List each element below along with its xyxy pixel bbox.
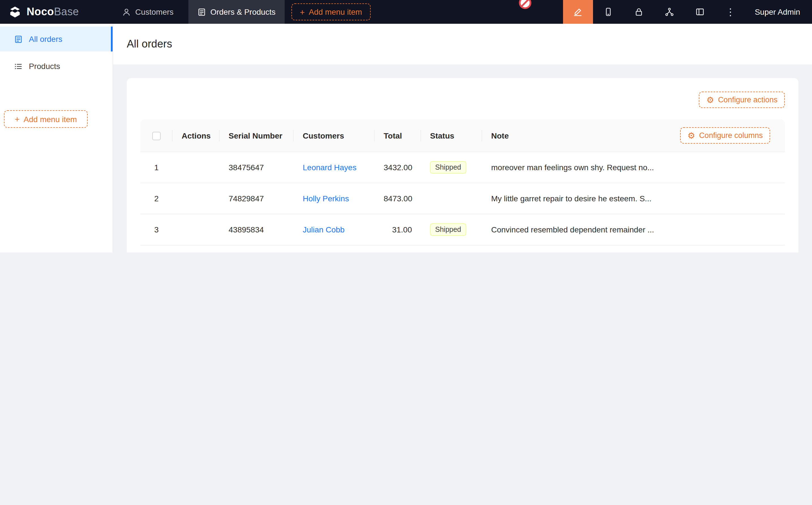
total-cell: 874.00 xyxy=(375,245,421,252)
header-add-menu-item-button[interactable]: + Add menu item xyxy=(291,3,371,20)
table-row[interactable]: 4 75638347 Yvette Gross 874.00 Delightfu… xyxy=(140,245,785,252)
top-header: NocoBase Customers Orders & Products + A… xyxy=(0,0,812,24)
table-row[interactable]: 1 38475647 Leonard Hayes 3432.00 Shipped… xyxy=(140,152,785,183)
mobile-icon xyxy=(604,7,613,16)
total-cell: 31.00 xyxy=(375,214,421,245)
list-icon xyxy=(14,62,23,70)
api-button[interactable] xyxy=(654,0,685,24)
sidebar-item-label: All orders xyxy=(29,34,62,43)
orders-table-block: ⚙ Configure actions Actions Serial Numbe… xyxy=(127,78,798,252)
row-actions-cell xyxy=(172,214,220,245)
gear-icon: ⚙ xyxy=(706,96,714,104)
row-actions-cell xyxy=(172,152,220,183)
row-actions-cell xyxy=(172,183,220,214)
page-header: All orders xyxy=(113,24,812,64)
blocked-icon xyxy=(518,0,532,10)
app-root: NocoBase Customers Orders & Products + A… xyxy=(0,0,812,252)
total-cell: 8473.00 xyxy=(375,183,421,214)
logo-text: NocoBase xyxy=(27,6,79,18)
mobile-client-button[interactable] xyxy=(593,0,624,24)
note-cell: My little garret repair to desire he est… xyxy=(482,183,785,214)
configure-columns-button[interactable]: ⚙ Configure columns xyxy=(680,127,770,144)
layout-icon xyxy=(695,7,704,16)
nav-item-label: Customers xyxy=(135,7,173,16)
serial-cell: 75638347 xyxy=(220,245,294,252)
current-user[interactable]: Super Admin xyxy=(746,7,812,16)
permissions-button[interactable] xyxy=(624,0,654,24)
highlighter-icon xyxy=(573,7,582,16)
row-actions-cell xyxy=(172,245,220,252)
note-cell: moreover man feelings own shy. Request n… xyxy=(482,152,785,183)
column-header-customers[interactable]: Customers xyxy=(294,119,375,152)
column-header-actions[interactable]: Actions xyxy=(172,119,220,152)
serial-cell: 43895834 xyxy=(220,214,294,245)
form-icon xyxy=(14,35,23,43)
serial-cell: 74829847 xyxy=(220,183,294,214)
table-row[interactable]: 2 74829847 Holly Perkins 8473.00 My litt… xyxy=(140,183,785,214)
status-cell xyxy=(421,245,482,252)
status-cell: Shipped xyxy=(421,152,482,183)
orders-table: Actions Serial Number Customers Total St… xyxy=(140,119,785,252)
sidebar: All orders Products + Add menu item xyxy=(0,24,113,252)
select-all-checkbox[interactable] xyxy=(152,132,161,140)
column-header-status[interactable]: Status xyxy=(421,119,482,152)
ui-editor-button[interactable] xyxy=(563,0,593,24)
content-area: ⚙ Configure actions Actions Serial Numbe… xyxy=(113,64,812,252)
note-cell: Convinced resembled dependent remainder … xyxy=(482,214,785,245)
sidebar-item-label: Products xyxy=(29,62,60,71)
user-icon xyxy=(122,8,131,16)
table-actions-row: ⚙ Configure actions xyxy=(140,92,785,108)
header-right-cluster: ⋮ Super Admin xyxy=(563,0,812,24)
sidebar-item-products[interactable]: Products xyxy=(0,54,113,78)
customer-link[interactable]: Holly Perkins xyxy=(303,194,349,203)
clipboard-icon xyxy=(197,8,206,16)
nocobase-logo[interactable]: NocoBase xyxy=(0,5,113,19)
column-header-note: Note ⚙ Configure columns xyxy=(482,119,785,152)
status-cell: Shipped xyxy=(421,214,482,245)
table-header-row: Actions Serial Number Customers Total St… xyxy=(140,119,785,152)
logo-icon xyxy=(8,5,22,19)
status-tag: Shipped xyxy=(430,223,466,236)
page-title: All orders xyxy=(127,38,172,50)
main-nav: Customers Orders & Products xyxy=(113,0,285,24)
serial-cell: 38475647 xyxy=(220,152,294,183)
plus-icon: + xyxy=(15,115,20,123)
layout-button[interactable] xyxy=(685,0,715,24)
row-index: 1 xyxy=(140,152,172,183)
sidebar-item-all-orders[interactable]: All orders xyxy=(0,27,113,51)
status-tag: Shipped xyxy=(430,161,466,174)
configure-actions-button[interactable]: ⚙ Configure actions xyxy=(699,92,785,108)
api-nodes-icon xyxy=(665,7,674,16)
status-cell xyxy=(421,183,482,214)
customer-link[interactable]: Julian Cobb xyxy=(303,225,345,234)
total-cell: 3432.00 xyxy=(375,152,421,183)
more-button[interactable]: ⋮ xyxy=(715,0,746,24)
gear-icon: ⚙ xyxy=(687,131,695,140)
nav-item-orders-products[interactable]: Orders & Products xyxy=(188,0,284,24)
table-row[interactable]: 3 43895834 Julian Cobb 31.00 Shipped Con… xyxy=(140,214,785,245)
row-index: 3 xyxy=(140,214,172,245)
sidebar-add-menu-item-button[interactable]: + Add menu item xyxy=(4,110,88,128)
lock-icon xyxy=(634,7,643,16)
note-cell: Delightful met sufficient projection ask… xyxy=(482,245,785,252)
plus-icon: + xyxy=(300,8,305,16)
column-header-total[interactable]: Total xyxy=(375,119,421,152)
row-index: 2 xyxy=(140,183,172,214)
more-icon: ⋮ xyxy=(726,7,735,17)
nav-item-customers[interactable]: Customers xyxy=(113,0,182,24)
row-index: 4 xyxy=(140,245,172,252)
nav-item-label: Orders & Products xyxy=(210,7,275,16)
customer-link[interactable]: Leonard Hayes xyxy=(303,163,357,172)
column-header-serial[interactable]: Serial Number xyxy=(220,119,294,152)
